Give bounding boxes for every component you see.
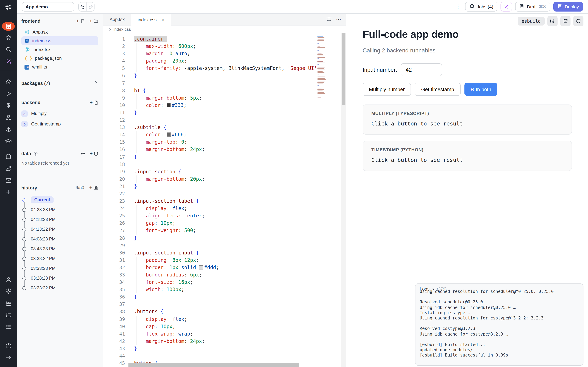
data-settings-button[interactable] [80, 151, 85, 156]
history-entry[interactable]: 03:28:23 PM [21, 273, 98, 283]
line-number: 43 [103, 345, 125, 352]
add-folder-button[interactable]: ＋ [88, 18, 98, 24]
code-content[interactable]: 1.container {2 max-width: 600px;3 margin… [103, 33, 346, 367]
file-item-index-tsx[interactable]: index.tsx [21, 45, 98, 54]
data-empty-text: No tables referenced yet [21, 161, 98, 166]
learn-cap-icon[interactable] [2, 136, 14, 146]
app-title-input[interactable] [22, 2, 74, 11]
history-entry[interactable]: 04:13:22 PM [21, 224, 98, 234]
ai-wand-button[interactable] [501, 2, 512, 12]
backend-runnable-list: aMultiplybGet timestamp [21, 109, 98, 129]
get-timestamp-button[interactable]: Get timestamp [415, 83, 461, 96]
add-runnable-button[interactable]: ＋ [89, 99, 98, 106]
chevron-right-icon [94, 80, 98, 86]
jobs-button[interactable]: Jobs (4) [465, 2, 498, 12]
search-icon[interactable] [2, 44, 14, 55]
frontend-file-list: App.tsx3index.cssindex.tsx{ }package.jso… [21, 28, 98, 71]
history-marker-icon [22, 208, 26, 212]
runnable-item-get-timestamp[interactable]: bGet timestamp [21, 119, 98, 129]
settings-gear-icon[interactable] [2, 286, 14, 296]
tab-app-tsx[interactable]: App.tsx [103, 14, 131, 25]
deploy-button[interactable]: Deploy [553, 2, 583, 12]
file-item-index-css[interactable]: 3index.css [21, 36, 98, 45]
line-number: 8 [103, 87, 125, 94]
line-number: 28 [103, 234, 125, 242]
user-icon[interactable] [2, 274, 14, 284]
svg-text:3: 3 [26, 40, 28, 42]
help-icon[interactable] [2, 341, 14, 351]
code-line: 5 font-family: -apple-system, BlinkMacSy… [103, 65, 346, 72]
number-input[interactable] [401, 63, 442, 76]
windmill-logo-icon[interactable] [5, 3, 12, 13]
file-item-wmill-ts[interactable]: TSwmill.ts [21, 63, 98, 71]
history-timestamp: 04:13:22 PM [31, 227, 56, 232]
line-number: 16 [103, 146, 125, 153]
ts-file-icon: TS [25, 65, 29, 69]
history-entry[interactable]: 04:08:23 PM [21, 234, 98, 244]
add-snapshot-button[interactable]: ＋ [88, 184, 98, 191]
result-card: TIMESTAMP (PYTHON)Click a button to see … [363, 141, 572, 171]
breadcrumb[interactable]: index.css [103, 25, 346, 33]
runs-play-icon[interactable] [2, 88, 14, 99]
add-table-button[interactable]: ＋ [89, 150, 98, 157]
history-marker-icon [22, 267, 26, 270]
logs-output[interactable]: Using cached resolution for scheduler@^0… [415, 289, 583, 358]
history-entry[interactable]: 03:33:23 PM [21, 264, 98, 273]
home-icon[interactable] [2, 76, 14, 87]
runnable-item-multiply[interactable]: aMultiply [21, 109, 98, 118]
schedules-calendar-icon[interactable] [2, 151, 14, 162]
code-line: 4 padding: 20px; [103, 58, 346, 65]
kebab-menu-icon[interactable]: ⋮ [454, 3, 462, 10]
audit-list-icon[interactable] [2, 322, 14, 332]
multiply-number-button[interactable]: Multiply number [363, 83, 411, 96]
line-number: 19 [103, 168, 125, 175]
pricing-dollar-icon[interactable] [2, 100, 14, 111]
history-timestamp: 04:23:23 PM [31, 207, 56, 212]
runnable-name: Get timestamp [31, 121, 61, 126]
code-line: 24 display: flex; [103, 205, 346, 212]
panel-splitter[interactable] [345, 14, 346, 367]
add-plus-icon[interactable] [2, 187, 14, 198]
history-entry[interactable]: 03:23:22 PM [21, 283, 98, 293]
file-item-package-json[interactable]: { }package.json [21, 54, 98, 63]
code-line: 35 width: 100px; [103, 286, 346, 293]
file-name: wmill.ts [32, 64, 47, 70]
editor-tab-bar: App.tsx index.css × ⋯ [103, 14, 346, 25]
apps-grid-icon[interactable] [2, 22, 15, 31]
history-marker-icon [22, 276, 26, 280]
close-tab-icon[interactable]: × [162, 17, 164, 22]
workers-gear-icon[interactable] [2, 298, 14, 308]
split-editor-icon[interactable] [326, 16, 332, 23]
packages-row[interactable]: packages (7) [21, 80, 98, 86]
history-entry[interactable]: 04:18:23 PM [21, 215, 98, 224]
refresh-icon[interactable] [573, 16, 583, 26]
code-line: 14 color: #666; [103, 131, 346, 138]
redo-button[interactable] [86, 2, 94, 11]
draft-button[interactable]: Draft ⌘S [515, 2, 550, 12]
minimap[interactable] [316, 33, 334, 367]
css-file-icon: 3 [25, 38, 29, 43]
star-icon[interactable] [2, 32, 14, 43]
magic-wand-icon[interactable] [2, 56, 14, 67]
add-file-button[interactable]: ＋ [75, 18, 85, 24]
editor-more-icon[interactable]: ⋯ [336, 16, 342, 23]
app-title: Full-code app demo [363, 28, 572, 40]
flows-route-icon[interactable] [2, 163, 14, 174]
resources-cubes-icon[interactable] [2, 112, 14, 123]
collapse-arrow-icon[interactable] [2, 352, 14, 363]
file-item-app-tsx[interactable]: App.tsx [21, 28, 98, 36]
history-current-row[interactable]: Current [21, 195, 98, 205]
variables-pyramid-icon[interactable] [2, 124, 14, 134]
mail-icon[interactable] [2, 175, 14, 186]
history-entry[interactable]: 03:43:23 PM [21, 244, 98, 254]
history-timestamp: 03:43:23 PM [31, 246, 56, 251]
folders-icon[interactable] [2, 310, 14, 320]
history-entry[interactable]: 03:38:22 PM [21, 254, 98, 264]
editor-horizontal-scrollbar[interactable] [129, 363, 299, 367]
run-both-button[interactable]: Run both [464, 83, 498, 96]
code-line: 44 [103, 352, 346, 360]
tab-index-css[interactable]: index.css × [131, 14, 171, 25]
line-number: 25 [103, 212, 125, 220]
history-entry[interactable]: 04:23:23 PM [21, 205, 98, 215]
undo-button[interactable] [79, 2, 86, 11]
